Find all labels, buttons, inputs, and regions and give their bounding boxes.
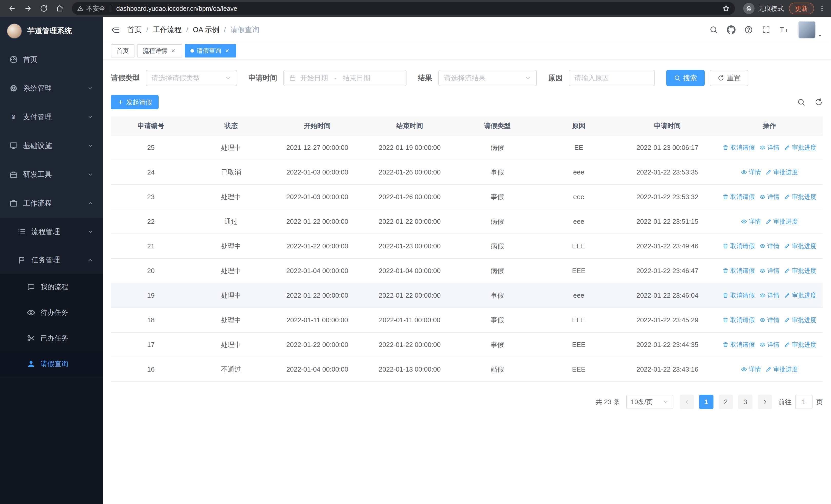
- cancel-leave-link[interactable]: 取消请假: [722, 291, 755, 299]
- detail-link[interactable]: 详情: [741, 365, 761, 374]
- cancel-leave-link[interactable]: 取消请假: [722, 267, 755, 275]
- browser-menu-icon[interactable]: [818, 5, 826, 12]
- approval-progress-link[interactable]: 审批进度: [766, 168, 798, 176]
- bookmark-star-icon[interactable]: [722, 5, 730, 12]
- search-icon[interactable]: [709, 25, 718, 34]
- sidebar-item-devtools[interactable]: 研发工具: [0, 160, 103, 189]
- detail-link[interactable]: 详情: [760, 193, 779, 201]
- create-leave-button[interactable]: 发起请假: [111, 95, 159, 109]
- approval-progress-link[interactable]: 审批进度: [784, 193, 816, 201]
- tab-process-detail[interactable]: 流程详情 ✕: [137, 44, 182, 58]
- toggle-search-icon[interactable]: [797, 98, 805, 106]
- page-size-select[interactable]: 10条/页: [626, 395, 674, 409]
- cancel-leave-link[interactable]: 取消请假: [722, 242, 755, 250]
- cell-status: 不通过: [191, 357, 271, 381]
- table-row[interactable]: 18 处理中 2022-01-11 00:00:00 2022-01-11 00…: [111, 308, 823, 333]
- sidebar-item-my-process[interactable]: 我的流程: [0, 274, 103, 300]
- apply-time-range-picker[interactable]: 开始日期 - 结束日期: [283, 70, 406, 86]
- sidebar-item-task-management[interactable]: 任务管理: [0, 246, 103, 274]
- sidebar-item-workflow[interactable]: 工作流程: [0, 189, 103, 217]
- font-size-icon[interactable]: [779, 25, 790, 34]
- refresh-table-icon[interactable]: [814, 98, 823, 106]
- sidebar-item-system[interactable]: 系统管理: [0, 74, 103, 102]
- cancel-leave-link[interactable]: 取消请假: [722, 193, 755, 201]
- table-row[interactable]: 24 已取消 2022-01-03 00:00:00 2022-01-26 00…: [111, 160, 823, 185]
- sidebar-item-leave-query[interactable]: 请假查询: [0, 351, 103, 377]
- page-button-1[interactable]: 1: [699, 395, 713, 409]
- col-end-time: 结束时间: [364, 117, 456, 135]
- cancel-leave-link[interactable]: 取消请假: [722, 144, 755, 152]
- breadcrumb-workflow[interactable]: 工作流程: [153, 25, 182, 35]
- cancel-leave-link[interactable]: 取消请假: [722, 316, 755, 324]
- col-reason: 原因: [539, 117, 619, 135]
- browser-reload-button[interactable]: [37, 2, 51, 16]
- tab-home[interactable]: 首页: [111, 44, 135, 58]
- table-row[interactable]: 21 处理中 2022-01-22 00:00:00 2022-01-23 00…: [111, 234, 823, 259]
- approval-progress-link[interactable]: 审批进度: [784, 144, 816, 152]
- browser-home-button[interactable]: [53, 2, 67, 16]
- approval-progress-link[interactable]: 审批进度: [784, 316, 816, 324]
- breadcrumb-home[interactable]: 首页: [127, 25, 142, 35]
- detail-link[interactable]: 详情: [760, 144, 779, 152]
- approval-progress-link[interactable]: 审批进度: [766, 217, 798, 226]
- sidebar-item-todo-tasks[interactable]: 待办任务: [0, 300, 103, 325]
- help-icon[interactable]: [744, 25, 753, 34]
- goto-page-input[interactable]: [795, 395, 812, 409]
- detail-link[interactable]: 详情: [760, 340, 779, 349]
- approval-progress-link[interactable]: 审批进度: [784, 242, 816, 250]
- detail-link[interactable]: 详情: [741, 168, 761, 176]
- col-start-time: 开始时间: [271, 117, 364, 135]
- table-row[interactable]: 20 处理中 2022-01-04 00:00:00 2022-01-04 00…: [111, 259, 823, 283]
- reset-button[interactable]: 重置: [710, 70, 748, 86]
- toolbox-icon: [9, 170, 18, 179]
- address-bar[interactable]: 不安全 dashboard.yudao.iocoder.cn/bpm/oa/le…: [72, 2, 735, 15]
- cell-status: 处理中: [191, 234, 271, 258]
- user-avatar[interactable]: [798, 21, 815, 38]
- sidebar-item-payment[interactable]: 支付管理: [0, 102, 103, 131]
- approval-progress-link[interactable]: 审批进度: [784, 291, 816, 299]
- user-menu[interactable]: [798, 21, 823, 38]
- col-apply-no: 申请编号: [111, 117, 191, 135]
- site-security-chip[interactable]: 不安全: [77, 4, 106, 13]
- table-row[interactable]: 19 处理中 2022-01-22 00:00:00 2022-01-22 00…: [111, 283, 823, 308]
- total-count: 共 23 条: [596, 397, 620, 407]
- approval-progress-link[interactable]: 审批进度: [784, 340, 816, 349]
- page-button-2[interactable]: 2: [719, 395, 733, 409]
- table-row[interactable]: 23 处理中 2022-01-03 00:00:00 2022-01-26 00…: [111, 185, 823, 209]
- detail-link[interactable]: 详情: [760, 291, 779, 299]
- table-row[interactable]: 16 不通过 2022-01-04 00:00:00 2022-01-13 00…: [111, 357, 823, 382]
- incognito-profile-chip[interactable]: 无痕模式: [740, 2, 787, 15]
- result-select[interactable]: 请选择流结果: [438, 70, 537, 86]
- tab-leave-query[interactable]: 请假查询 ✕: [185, 44, 236, 58]
- reason-input[interactable]: [574, 74, 649, 82]
- browser-update-button[interactable]: 更新: [789, 3, 814, 14]
- close-tab-icon[interactable]: ✕: [224, 48, 230, 54]
- browser-back-button[interactable]: [5, 2, 19, 16]
- sidebar-item-infrastructure[interactable]: 基础设施: [0, 131, 103, 160]
- page-button-3[interactable]: 3: [738, 395, 752, 409]
- detail-link[interactable]: 详情: [760, 242, 779, 250]
- sidebar-item-home[interactable]: 首页: [0, 45, 103, 74]
- sidebar-item-process-management[interactable]: 流程管理: [0, 217, 103, 246]
- browser-forward-button[interactable]: [21, 2, 35, 16]
- approval-progress-link[interactable]: 审批进度: [784, 267, 816, 275]
- table-row[interactable]: 25 处理中 2021-12-27 00:00:00 2022-01-19 00…: [111, 136, 823, 160]
- next-page-button[interactable]: [757, 395, 772, 409]
- github-icon[interactable]: [727, 25, 736, 34]
- fullscreen-icon[interactable]: [762, 25, 770, 34]
- approval-progress-link[interactable]: 审批进度: [766, 365, 798, 374]
- detail-link[interactable]: 详情: [760, 316, 779, 324]
- detail-link[interactable]: 详情: [760, 267, 779, 275]
- search-button[interactable]: 搜索: [666, 70, 705, 86]
- detail-link[interactable]: 详情: [741, 217, 761, 226]
- leave-type-select[interactable]: 请选择请假类型: [146, 70, 237, 86]
- close-tab-icon[interactable]: ✕: [170, 48, 177, 54]
- prev-page-button[interactable]: [680, 395, 694, 409]
- table-row[interactable]: 22 通过 2022-01-22 00:00:00 2022-01-22 00:…: [111, 209, 823, 234]
- breadcrumb-oa-example[interactable]: OA 示例: [193, 25, 220, 35]
- sidebar-collapse-icon[interactable]: [111, 25, 120, 34]
- sidebar-item-done-tasks[interactable]: 已办任务: [0, 325, 103, 351]
- app-logo[interactable]: 芋道管理系统: [0, 17, 103, 45]
- table-row[interactable]: 17 处理中 2022-01-22 00:00:00 2022-01-22 00…: [111, 333, 823, 357]
- cancel-leave-link[interactable]: 取消请假: [722, 340, 755, 349]
